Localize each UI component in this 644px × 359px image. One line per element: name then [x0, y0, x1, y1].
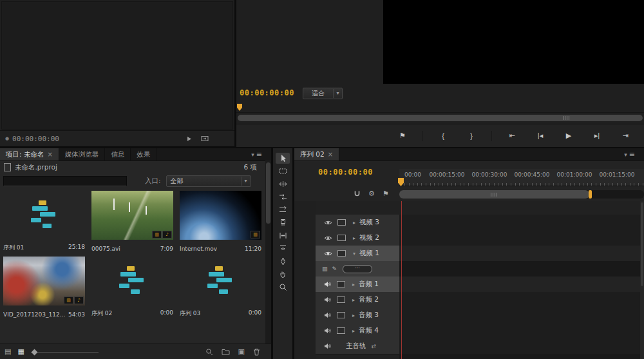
toggle-track-output-icon[interactable]	[324, 220, 332, 226]
step-forward-button[interactable]: ▸|	[589, 130, 605, 142]
track-lane-video-3[interactable]	[399, 215, 640, 231]
sync-lock-icon[interactable]	[337, 296, 345, 303]
rate-stretch-tool[interactable]	[276, 204, 290, 215]
timeline-ruler[interactable]: 00:00 00:00:15:00 00:00:30:00 00:00:45:0…	[399, 169, 644, 186]
search-input[interactable]	[3, 176, 127, 186]
mute-track-icon[interactable]	[324, 343, 332, 349]
toggle-track-output-icon[interactable]	[324, 251, 332, 257]
delete-icon[interactable]	[253, 348, 260, 356]
program-playhead[interactable]	[237, 104, 242, 111]
expand-track-icon[interactable]: ▸	[353, 235, 355, 241]
panel-menu-icon[interactable]: ≡	[256, 150, 262, 159]
set-display-style-icon[interactable]: ▥	[322, 266, 328, 272]
add-marker-button[interactable]: ⚑	[394, 130, 411, 142]
project-item-vid-20171203[interactable]: ▥♪ VID_20171203_112...54:03	[0, 254, 88, 320]
track-lane-video-1-keyframes[interactable]	[399, 261, 640, 277]
tab-media-browser[interactable]: 媒体浏览器	[59, 148, 106, 160]
project-item-sequence-03[interactable]: 序列 030:00	[176, 254, 265, 320]
ripple-edit-tool[interactable]	[276, 179, 290, 189]
chevron-down-icon[interactable]: ▾	[624, 151, 627, 158]
go-to-out-button[interactable]: ⇥	[617, 130, 634, 142]
timeline-scrollbar-thumb[interactable]	[641, 202, 643, 286]
timeline-zoom-scrollbar[interactable]	[399, 190, 644, 199]
track-select-tool[interactable]	[276, 166, 290, 177]
tab-effects[interactable]: 效果	[131, 148, 156, 160]
project-scrollbar[interactable]	[265, 160, 271, 344]
program-scrollbar-bar[interactable]	[238, 115, 643, 121]
sync-lock-icon[interactable]	[337, 250, 346, 257]
list-view-icon[interactable]: ▤	[5, 347, 11, 356]
selection-tool[interactable]	[276, 153, 290, 164]
rolling-edit-tool[interactable]	[276, 191, 290, 202]
track-header-master[interactable]: 主音轨 ⇄	[316, 338, 399, 354]
new-item-icon[interactable]: ▣	[238, 347, 245, 356]
timeline-playhead-line[interactable]	[401, 201, 402, 359]
track-header-audio-3[interactable]: ▸ 音频 3	[316, 307, 399, 324]
expand-track-icon[interactable]: ▸	[352, 297, 355, 303]
mark-in-button[interactable]: {	[435, 130, 451, 142]
program-scrollbar[interactable]	[238, 115, 643, 121]
sync-lock-icon[interactable]	[337, 235, 346, 241]
go-to-in-button[interactable]: ⇤	[504, 130, 520, 142]
razor-tool[interactable]	[276, 217, 290, 228]
tab-info[interactable]: 信息	[105, 148, 131, 160]
program-scrollbar-grip[interactable]	[563, 116, 570, 120]
sequence-marker-icon[interactable]: ⚑	[383, 189, 389, 198]
show-keyframes-icon[interactable]: ✎	[332, 266, 337, 272]
step-back-button[interactable]: |◂	[532, 130, 549, 142]
timeline-zoom-handle[interactable]	[589, 190, 592, 199]
mute-track-icon[interactable]	[324, 312, 332, 318]
sync-lock-icon[interactable]	[337, 281, 345, 287]
track-header-video-2[interactable]: ▸ 视频 2	[316, 230, 399, 246]
filter-dropdown[interactable]: 全部 ▾	[166, 175, 251, 187]
slide-tool[interactable]	[276, 243, 290, 254]
tab-project[interactable]: 项目: 未命名 ×	[0, 148, 59, 160]
pen-tool[interactable]	[276, 256, 290, 267]
keyframe-display-pill[interactable]: ···	[343, 265, 372, 273]
panel-menu-icon[interactable]: ≡	[629, 150, 635, 159]
track-lane-master[interactable]	[399, 338, 640, 354]
sync-lock-icon[interactable]	[337, 219, 346, 226]
project-item-internet[interactable]: ▥ Internet.mov11:20	[176, 188, 265, 254]
track-header-audio-1[interactable]: ▸ 音频 1	[316, 277, 399, 293]
expand-track-icon[interactable]: ▸	[352, 328, 355, 334]
mute-track-icon[interactable]	[324, 281, 332, 287]
sync-lock-icon[interactable]	[337, 312, 345, 318]
slip-tool[interactable]	[276, 230, 290, 241]
chevron-down-icon[interactable]: ▾	[251, 151, 254, 158]
master-meters-icon[interactable]: ⇄	[372, 343, 377, 349]
project-item-sequence-01[interactable]: 序列 0125:18	[0, 188, 88, 254]
collapse-track-icon[interactable]: ▾	[353, 251, 355, 257]
timeline-settings-icon[interactable]: ⚙	[368, 189, 375, 198]
program-mini-timeline[interactable]	[236, 102, 644, 113]
project-item-00075[interactable]: ▥♪ 00075.avi7:09	[88, 188, 176, 254]
new-bin-icon[interactable]	[222, 348, 230, 355]
track-header-audio-4[interactable]: ▸ 音频 4	[316, 323, 399, 339]
expand-track-icon[interactable]: ▸	[352, 282, 355, 287]
zoom-tool[interactable]	[276, 282, 290, 293]
export-frame-icon[interactable]	[201, 135, 209, 142]
slider-handle[interactable]	[31, 349, 37, 355]
play-button[interactable]: ▶	[560, 130, 577, 142]
snap-icon[interactable]	[354, 190, 361, 197]
mute-track-icon[interactable]	[324, 296, 332, 303]
track-lane-audio-3[interactable]	[399, 307, 640, 324]
thumbnail-zoom-slider[interactable]	[31, 348, 99, 356]
timeline-scrollbar[interactable]	[640, 201, 644, 359]
track-lane-audio-2[interactable]	[399, 292, 640, 308]
tab-sequence-02[interactable]: 序列 02 ×	[294, 148, 339, 160]
expand-track-icon[interactable]: ▸	[352, 313, 355, 318]
zoom-level-dropdown[interactable]: 适合 ▾	[303, 88, 343, 99]
mute-track-icon[interactable]	[324, 327, 332, 334]
project-item-sequence-02[interactable]: 序列 020:00	[88, 254, 176, 320]
find-icon[interactable]	[205, 348, 213, 356]
timeline-zoom-grip[interactable]	[491, 193, 498, 197]
project-scrollbar-thumb[interactable]	[266, 162, 270, 224]
mark-out-button[interactable]: }	[463, 130, 480, 142]
toggle-track-output-icon[interactable]	[324, 235, 332, 241]
track-lane-video-1[interactable]	[399, 246, 640, 262]
track-header-video-1-options[interactable]: ▥ ✎ ···	[316, 261, 399, 277]
track-header-audio-2[interactable]: ▸ 音频 2	[316, 292, 399, 308]
sync-lock-icon[interactable]	[337, 327, 345, 334]
close-icon[interactable]: ×	[47, 151, 52, 158]
